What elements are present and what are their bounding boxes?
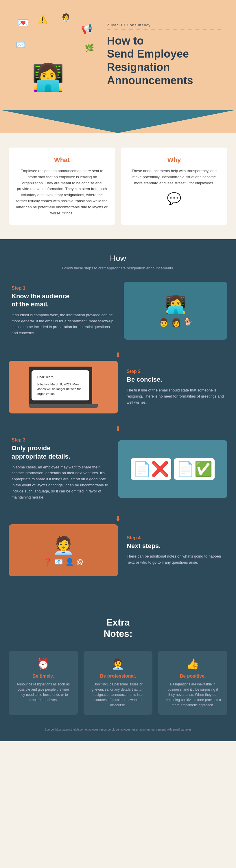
step-4-number: Step 4 — [127, 535, 225, 540]
how-subtitle: Follow these steps to craft appropriate … — [9, 266, 227, 270]
timely-title: Be timely. — [14, 674, 72, 679]
people-icons: 👨 👩 🐕 — [159, 318, 192, 327]
positive-title: Be positive. — [164, 674, 222, 679]
why-text: These announcements help with transparen… — [128, 168, 220, 186]
person1-icon: 👨 — [159, 318, 169, 327]
professional-icon: 🧑‍💼 — [89, 658, 147, 670]
step-4-text: Step 4 Next steps. There can be addition… — [124, 532, 227, 568]
why-card: Why These announcements help with transp… — [121, 148, 227, 225]
divider-line — [107, 30, 225, 30]
hero-illustration: 👩‍💻 💌 ⚠️ 🧑‍💼 📢 ✉️ 🌿 — [14, 11, 95, 98]
extra-cards-grid: ⏰ Be timely. Announce resignations as so… — [9, 651, 227, 715]
how-title: How — [9, 254, 227, 263]
arrow-2: ⬇ — [9, 425, 227, 433]
step-1-heading: Know the audienceof the email. — [11, 292, 115, 309]
step-2-row: Step 2 Be concise. The first line of the… — [9, 361, 227, 413]
clock-icon: ⏰ — [14, 658, 72, 670]
what-card: What Employee resignation announcements … — [9, 148, 115, 225]
what-text: Employee resignation announcements are s… — [16, 168, 108, 216]
step-4-image: 🧑‍💼 ❓ 📧 👤 @ — [9, 524, 118, 576]
extra-notes-section: ExtraNotes: ⏰ Be timely. Announce resign… — [0, 602, 236, 741]
step-1-image: 👩‍💻 👨 👩 🐕 — [124, 282, 227, 340]
arrow-3: ⬇ — [9, 515, 227, 523]
step-3-row: Step 3 Only provideappropriate details. … — [9, 435, 227, 503]
what-why-section: What Employee resignation announcements … — [0, 133, 236, 239]
step-1-text: Step 1 Know the audienceof the email. If… — [9, 283, 118, 339]
laptop-illustration: Dear Team, Effective March 8, 2023, Mike… — [29, 367, 98, 408]
email-mock: Dear Team, Effective March 8, 2023, Mike… — [32, 370, 89, 400]
step-2-number: Step 2 — [127, 369, 225, 374]
section-transition-1 — [0, 110, 236, 133]
main-title: How toSend EmployeeResignationAnnounceme… — [107, 34, 225, 87]
step-3-number: Step 3 — [11, 437, 109, 443]
why-title: Why — [128, 156, 220, 164]
person-silhouette-icon: 👤 — [65, 558, 74, 566]
timely-card: ⏰ Be timely. Announce resignations as so… — [9, 651, 78, 715]
bottom-spacer — [0, 741, 236, 747]
doc-icons: 📄❌ 📄✅ — [131, 458, 214, 480]
step-2-image: Dear Team, Effective March 8, 2023, Mike… — [9, 361, 118, 413]
step-2-desc: The first line of the email should state… — [127, 388, 225, 405]
positive-text: Resignations are inevitable in business,… — [164, 682, 222, 708]
header-section: 👩‍💻 💌 ⚠️ 🧑‍💼 📢 ✉️ 🌿 Zuvar HR Consultancy… — [0, 0, 236, 110]
question-icon: ❓ — [43, 558, 52, 566]
person-laptop-icon: 👩‍💻 — [159, 294, 192, 315]
what-why-grid: What Employee resignation announcements … — [9, 148, 227, 225]
extra-notes-title: ExtraNotes: — [9, 617, 227, 639]
doc-x-icon: 📄❌ — [131, 458, 171, 480]
positive-card: 👍 Be positive. Resignations are inevitab… — [158, 651, 227, 715]
step-1-desc: If an email is company-wide, the informa… — [11, 312, 115, 336]
how-section: How Follow these steps to craft appropri… — [0, 239, 236, 602]
step-3-heading: Only provideappropriate details. — [11, 444, 109, 461]
person2-icon: 👩 — [171, 318, 181, 327]
professional-card: 🧑‍💼 Be professional. Don't include perso… — [83, 651, 153, 715]
source-text: Source: https://www.thejub.com/employee-… — [9, 724, 227, 736]
at-icon: @ — [76, 558, 83, 566]
professional-text: Don't include personal issues or grievan… — [89, 682, 147, 708]
step-4-illustration: 🧑‍💼 ❓ 📧 👤 @ — [43, 535, 83, 566]
step-1-number: Step 1 — [11, 286, 115, 291]
email-greeting: Dear Team, — [37, 375, 83, 380]
header-illustration: 👩‍💻 💌 ⚠️ 🧑‍💼 📢 ✉️ 🌿 — [11, 11, 98, 98]
step-3-image: 📄❌ 📄✅ — [118, 440, 227, 498]
dog-icon: 🐕 — [184, 318, 192, 327]
laptop-screen: Dear Team, Effective March 8, 2023, Mike… — [29, 367, 92, 404]
letter-icon: 📧 — [55, 558, 63, 566]
header-text-area: Zuvar HR Consultancy How toSend Employee… — [98, 23, 225, 87]
step-3-desc: In some cases, an employee may want to s… — [11, 464, 109, 500]
arrow-1: ⬇ — [9, 351, 227, 359]
step-4-row: Step 4 Next steps. There can be addition… — [9, 524, 227, 576]
professional-title: Be professional. — [89, 674, 147, 679]
step-2-heading: Be concise. — [127, 376, 225, 384]
communication-icons: ❓ 📧 👤 @ — [43, 558, 83, 566]
step-1-illustration: 👩‍💻 👨 👩 🐕 — [153, 288, 198, 333]
what-title: What — [16, 156, 108, 164]
step-3-illustration: 📄❌ 📄✅ — [131, 458, 214, 480]
laptop-base — [29, 404, 98, 408]
email-body: Effective March 8, 2023, Mike Jones will… — [37, 382, 83, 396]
company-name: Zuvar HR Consultancy — [107, 23, 225, 27]
timely-text: Announce resignations as soon as possibl… — [14, 682, 72, 703]
step-4-desc: There can be additional notes on what's … — [127, 554, 225, 566]
step-2-text: Step 2 Be concise. The first line of the… — [124, 366, 227, 408]
doc-plus-icon: 📄✅ — [174, 458, 214, 480]
step-1-row: Step 1 Know the audienceof the email. If… — [9, 282, 227, 340]
step-4-heading: Next steps. — [127, 542, 225, 550]
thumbsup-icon: 👍 — [164, 658, 222, 670]
chat-icon: 💬 — [128, 192, 220, 206]
people-communication-icon: 🧑‍💼 — [43, 535, 83, 556]
step-3-text: Step 3 Only provideappropriate details. … — [9, 435, 112, 503]
